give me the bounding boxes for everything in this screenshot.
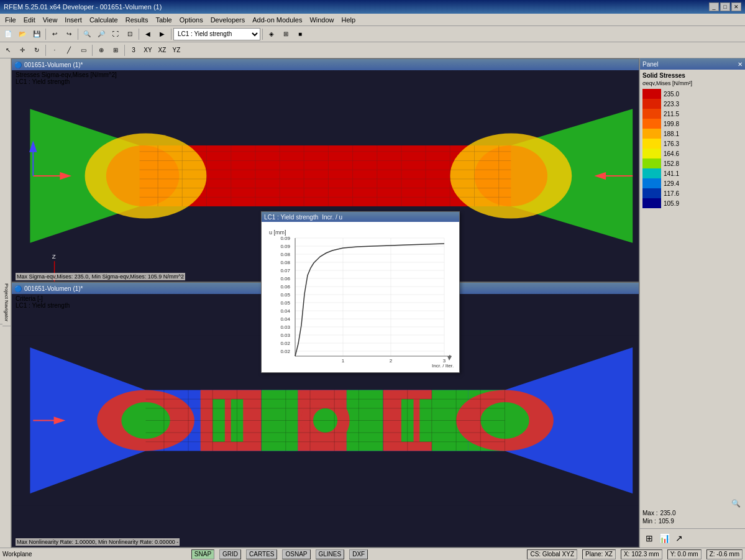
dxf-toggle[interactable]: DXF [349, 549, 368, 559]
sep7 [92, 45, 93, 56]
nav-prev-button[interactable]: ◀ [141, 27, 155, 41]
svg-text:Incr. / Iter.: Incr. / Iter. [432, 363, 454, 369]
menu-table[interactable]: Table [152, 15, 175, 25]
snap-button[interactable]: ⊕ [94, 44, 108, 57]
window-controls[interactable]: _ □ ✕ [709, 2, 741, 11]
svg-text:0.04: 0.04 [280, 316, 290, 322]
legend-value-label: 164.6 [664, 150, 679, 157]
menu-calculate[interactable]: Calculate [86, 15, 122, 25]
select-button[interactable]: ↖ [1, 44, 15, 57]
legend-color-swatch [642, 129, 661, 139]
wire-button[interactable]: ⊞ [279, 27, 293, 41]
panel-zoom-button[interactable]: 🔍 [729, 497, 743, 510]
node-button[interactable]: · [48, 44, 62, 57]
snap-toggle[interactable]: SNAP [191, 549, 214, 559]
glines-toggle[interactable]: GLINES [316, 549, 345, 559]
close-button[interactable]: ✕ [731, 2, 741, 11]
panel-export-button[interactable]: ↗ [672, 531, 686, 545]
legend-row: 176.3 [642, 139, 743, 149]
svg-text:0.07: 0.07 [280, 268, 290, 273]
sep1 [45, 29, 46, 40]
panel-chart-button[interactable]: 📊 [657, 531, 671, 545]
zoom-window-button[interactable]: ⊡ [123, 27, 137, 41]
legend-color-swatch [642, 139, 661, 149]
undo-button[interactable]: ↩ [48, 27, 62, 41]
menu-addon[interactable]: Add-on Modules [249, 15, 306, 25]
render-button[interactable]: ◈ [265, 27, 278, 41]
legend-row: 211.5 [642, 109, 743, 119]
menu-edit[interactable]: Edit [20, 15, 39, 25]
x-coord: X: 102.3 mm [621, 549, 662, 559]
panel-close-icon[interactable]: ✕ [738, 61, 743, 68]
legend-value-label: 152.8 [664, 160, 679, 167]
nav-next-button[interactable]: ▶ [155, 27, 169, 41]
svg-text:0.08: 0.08 [280, 252, 290, 257]
svg-text:0.06: 0.06 [280, 284, 290, 290]
redo-button[interactable]: ↪ [62, 27, 76, 41]
viewport-top-title-bar: 🔵 001651-Volumen (1)* [12, 59, 639, 70]
menu-window[interactable]: Window [306, 15, 337, 25]
panel-section-label: Solid Stresses [642, 72, 743, 79]
grid-toggle[interactable]: GRID [219, 549, 241, 559]
menu-options[interactable]: Options [176, 15, 207, 25]
cs-label: CS: Global XYZ [527, 549, 577, 559]
legend-color-swatch [642, 188, 661, 198]
menu-help[interactable]: Help [338, 15, 360, 25]
chart-subtitle: Incr. / u [322, 214, 342, 221]
osnap-toggle[interactable]: OSNAP [282, 549, 310, 559]
legend-row: 129.4 [642, 178, 743, 188]
panel-min-stat: Min : 105.9 [642, 518, 743, 525]
data-nav-tab[interactable]: Data [0, 306, 2, 325]
open-button[interactable]: 📂 [16, 27, 29, 41]
color-legend: 235.0223.3211.5199.8188.1176.3164.6152.8… [642, 89, 743, 208]
legend-value-label: 141.1 [664, 170, 679, 177]
sep6 [45, 45, 46, 56]
sep3 [139, 29, 139, 40]
new-button[interactable]: 📄 [1, 27, 15, 41]
menu-developers[interactable]: Developers [207, 15, 249, 25]
legend-color-swatch [642, 119, 661, 129]
legend-row: 117.6 [642, 188, 743, 198]
panel-unit-label: σeqv,Mises [N/mm²] [642, 80, 743, 86]
sep8 [124, 45, 125, 56]
view-yz-button[interactable]: YZ [170, 44, 183, 57]
panel-min-label: Min : [642, 518, 656, 525]
menu-results[interactable]: Results [122, 15, 152, 25]
svg-text:2: 2 [390, 358, 393, 364]
workplane-label: Workplane [2, 551, 32, 558]
cartes-toggle[interactable]: CARTES [246, 549, 277, 559]
lc-dropdown[interactable]: LC1 : Yield strength [173, 28, 260, 40]
chart-body: u [mm] [262, 222, 459, 372]
panel-title-label: Panel [642, 61, 659, 68]
maximize-button[interactable]: □ [720, 2, 730, 11]
save-button[interactable]: 💾 [30, 27, 43, 41]
panel-settings-button[interactable]: ⊞ [642, 531, 656, 545]
line-button[interactable]: ╱ [62, 44, 76, 57]
chart-y-label: u [mm] [269, 229, 286, 236]
svg-text:0.09: 0.09 [280, 236, 290, 241]
grid-button[interactable]: ⊞ [109, 44, 122, 57]
menu-insert[interactable]: Insert [61, 15, 86, 25]
project-nav-tab[interactable]: Project Navigator [2, 280, 11, 326]
legend-color-swatch [642, 158, 661, 168]
rotate-button[interactable]: ↻ [30, 44, 43, 57]
view-3d-button[interactable]: 3 [127, 44, 140, 57]
svg-text:0.06: 0.06 [280, 276, 290, 282]
minimize-button[interactable]: _ [709, 2, 719, 11]
menu-view[interactable]: View [39, 15, 62, 25]
menu-file[interactable]: File [1, 15, 20, 25]
zoom-out-button[interactable]: 🔎 [94, 27, 108, 41]
svg-text:0.02: 0.02 [280, 349, 290, 354]
solid-button[interactable]: ■ [293, 27, 307, 41]
view-xy-button[interactable]: XY [141, 44, 155, 57]
view-xz-button[interactable]: XZ [155, 44, 169, 57]
zoom-in-button[interactable]: 🔍 [80, 27, 94, 41]
move-button[interactable]: ✛ [16, 44, 29, 57]
toolbar-1: 📄 📂 💾 ↩ ↪ 🔍 🔎 ⛶ ⊡ ◀ ▶ LC1 : Yield streng… [0, 26, 745, 42]
zoom-fit-button[interactable]: ⛶ [109, 27, 122, 41]
surface-button[interactable]: ▭ [76, 44, 90, 57]
app-title: RFEM 5.25.01 x64 Developer - 001651-Volu… [4, 3, 162, 11]
legend-row: 105.9 [642, 198, 743, 208]
legend-color-swatch [642, 99, 661, 109]
panel-max-value: 235.0 [660, 510, 675, 516]
